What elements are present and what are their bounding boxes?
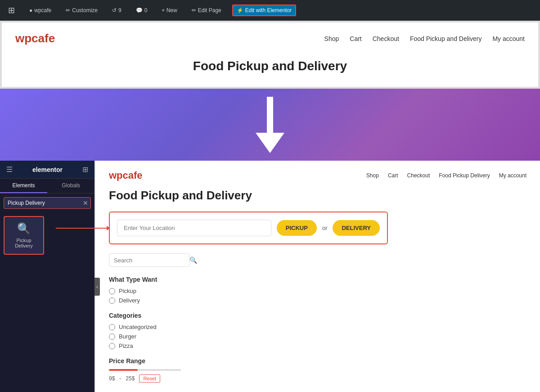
widget-area: 🔍 Pickup Delivery xyxy=(0,212,94,392)
top-site-logo: wpcafe xyxy=(15,32,55,45)
edit-page-label: Edit Page xyxy=(198,7,221,14)
sidebar-search-input[interactable] xyxy=(4,197,91,209)
comment-count: 0 xyxy=(144,7,148,14)
tab-elements[interactable]: Elements xyxy=(0,179,47,193)
radio-uncategorized[interactable] xyxy=(109,324,115,330)
revision-icon: ↺ xyxy=(112,7,117,14)
new-label: + New xyxy=(162,7,177,14)
page-nav-cart[interactable]: Cart xyxy=(388,172,398,179)
search-input[interactable] xyxy=(114,257,189,264)
filter-pickup-label: Pickup xyxy=(119,288,136,294)
page-nav-links: Shop Cart Checkout Food Pickup Delivery … xyxy=(366,172,526,179)
filter-option-delivery: Delivery xyxy=(109,297,526,304)
revision-count: 9 xyxy=(118,7,122,14)
category-pizza: Pizza xyxy=(109,342,526,349)
search-bar: 🔍 xyxy=(109,253,190,267)
filter-delivery-label: Delivery xyxy=(119,297,140,304)
location-input[interactable] xyxy=(117,220,271,236)
sidebar-header: ☰ elementor ⊞ xyxy=(0,161,94,179)
customize-item[interactable]: ✏ Customize xyxy=(62,5,101,15)
page-main-title: Food Pickup and Delivery xyxy=(109,189,526,203)
arrow-section xyxy=(0,89,540,161)
widget-item-label: Pickup Delivery xyxy=(8,238,40,248)
filter-option-pickup: Pickup xyxy=(109,288,526,294)
elementor-sidebar: ☰ elementor ⊞ Elements Globals ✕ 🔍 Picku… xyxy=(0,161,94,392)
radio-pizza[interactable] xyxy=(109,343,115,349)
pickup-delivery-widget: PICKUP or DELIVERY xyxy=(109,212,388,244)
top-nav: wpcafe Shop Cart Checkout Food Pickup an… xyxy=(15,32,525,45)
hamburger-icon[interactable]: ☰ xyxy=(6,165,13,174)
categories-title: Categories xyxy=(109,312,526,319)
price-range-title: Price Range xyxy=(109,357,526,365)
comment-icon: 💬 xyxy=(136,7,143,14)
sidebar-tabs: Elements Globals xyxy=(0,179,94,194)
page-nav-shop[interactable]: Shop xyxy=(366,172,379,179)
top-preview: wpcafe Shop Cart Checkout Food Pickup an… xyxy=(0,21,540,89)
search-clear-icon[interactable]: ✕ xyxy=(83,199,88,207)
price-min: 9$ xyxy=(109,375,115,382)
price-slider[interactable] xyxy=(109,369,181,371)
top-page-title: Food Pickup and Delivery xyxy=(15,54,525,78)
price-separator: - xyxy=(119,375,121,382)
pickup-button[interactable]: PICKUP xyxy=(277,220,317,236)
price-reset-button[interactable]: Reset xyxy=(139,374,160,383)
page-nav: wpcafe Shop Cart Checkout Food Pickup De… xyxy=(109,170,526,181)
category-burger: Burger xyxy=(109,333,526,340)
filter-type-section: What Type Want Pickup Delivery xyxy=(109,276,526,304)
down-arrow xyxy=(256,97,284,153)
radio-burger[interactable] xyxy=(109,333,115,340)
top-nav-food[interactable]: Food Pickup and Delivery xyxy=(410,35,482,42)
price-values: 9$ - 25$ Reset xyxy=(109,374,526,383)
apps-icon[interactable]: ⊞ xyxy=(82,165,88,174)
search-icon: 🔍 xyxy=(189,257,197,264)
top-nav-links: Shop Cart Checkout Food Pickup and Deliv… xyxy=(324,35,525,42)
widget-annotation-arrow xyxy=(56,228,110,229)
tab-globals[interactable]: Globals xyxy=(47,179,94,193)
category-burger-label: Burger xyxy=(119,333,136,340)
elementor-edit-icon: ⚡ xyxy=(237,7,243,14)
comment-item[interactable]: 💬 0 xyxy=(132,5,151,15)
edit-icon: ✏ xyxy=(192,7,196,14)
category-pizza-label: Pizza xyxy=(119,342,133,349)
revision-item[interactable]: ↺ 9 xyxy=(108,5,125,15)
filter-type-title: What Type Want xyxy=(109,276,526,283)
delivery-button[interactable]: DELIVERY xyxy=(333,220,380,236)
collapse-handle[interactable]: ‹ xyxy=(94,278,100,296)
top-nav-cart[interactable]: Cart xyxy=(350,35,361,42)
page-nav-account[interactable]: My account xyxy=(499,172,526,179)
page-content: wpcafe Shop Cart Checkout Food Pickup De… xyxy=(94,161,540,392)
pickup-delivery-container: PICKUP or DELIVERY xyxy=(109,212,526,244)
arrow-head xyxy=(256,133,284,153)
price-slider-fill xyxy=(109,369,138,371)
top-nav-checkout[interactable]: Checkout xyxy=(373,35,399,42)
site-name-item[interactable]: ● wpcafe xyxy=(26,5,55,15)
radio-pickup[interactable] xyxy=(109,288,115,294)
wp-logo-item[interactable]: ⊞ xyxy=(4,4,18,17)
page-nav-food[interactable]: Food Pickup Delivery xyxy=(439,172,490,179)
edit-elementor-label: Edit with Elementor xyxy=(245,7,292,14)
page-site-logo: wpcafe xyxy=(109,170,143,181)
top-nav-shop[interactable]: Shop xyxy=(324,35,339,42)
page-nav-checkout[interactable]: Checkout xyxy=(407,172,430,179)
customize-label: Customize xyxy=(72,7,98,14)
pickup-delivery-widget-item[interactable]: 🔍 Pickup Delivery xyxy=(4,216,44,255)
elementor-logo: elementor xyxy=(32,166,63,173)
price-range-section: Price Range 9$ - 25$ Reset xyxy=(109,357,526,383)
arrow-shaft xyxy=(267,97,273,133)
customize-icon: ✏ xyxy=(66,7,70,14)
top-nav-account[interactable]: My account xyxy=(492,35,525,42)
radio-delivery[interactable] xyxy=(109,297,115,304)
new-item[interactable]: + New xyxy=(158,5,180,15)
wp-site-icon: ● xyxy=(29,7,32,14)
sidebar-search-area: ✕ xyxy=(0,194,94,212)
wp-icon: ⊞ xyxy=(8,5,15,15)
category-uncategorized-label: Uncategorized xyxy=(119,324,157,330)
or-separator: or xyxy=(322,225,328,231)
category-uncategorized: Uncategorized xyxy=(109,324,526,330)
wp-admin-bar: ⊞ ● wpcafe ✏ Customize ↺ 9 💬 0 + New ✏ E… xyxy=(0,0,540,21)
categories-section: Categories Uncategorized Burger Pizza xyxy=(109,312,526,349)
edit-elementor-item[interactable]: ⚡ Edit with Elementor xyxy=(232,5,296,16)
edit-page-item[interactable]: ✏ Edit Page xyxy=(188,5,225,15)
price-max: 25$ xyxy=(126,375,135,382)
widget-search-icon: 🔍 xyxy=(17,222,31,235)
